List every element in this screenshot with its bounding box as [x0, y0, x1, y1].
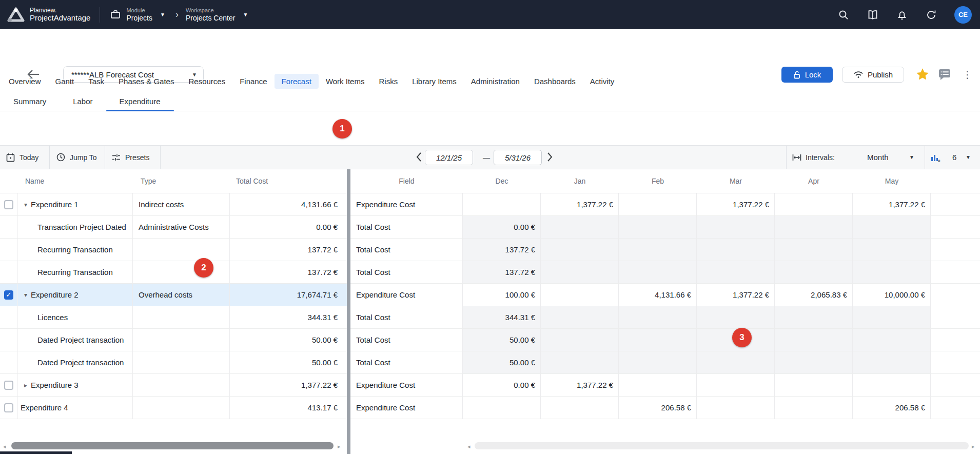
month-value-cell-mar[interactable]: 1,377.22 €: [697, 193, 775, 215]
type-cell[interactable]: Administrative Costs: [133, 216, 230, 238]
header-name[interactable]: Name: [18, 169, 133, 193]
table-row[interactable]: Expenditure 4413.17 €: [0, 397, 347, 419]
row-checkbox[interactable]: [4, 403, 13, 412]
right-scroll-left-arrow-icon[interactable]: ◂: [467, 443, 471, 450]
module-selector[interactable]: Module Projects ▼: [109, 7, 165, 22]
tab-resources[interactable]: Resources: [181, 74, 232, 89]
month-value-cell-mar[interactable]: [697, 374, 775, 396]
total-cost-cell[interactable]: 17,674.71 €: [230, 284, 347, 306]
table-row[interactable]: Transaction Project DatedAdministrative …: [0, 216, 347, 239]
title-kebab-menu-icon[interactable]: ⋮: [963, 70, 972, 80]
type-cell[interactable]: Indirect costs: [133, 193, 230, 215]
tab-phases-gates[interactable]: Phases & Gates: [111, 74, 181, 89]
row-checkbox[interactable]: [4, 381, 13, 390]
total-cost-cell[interactable]: 413.17 €: [230, 397, 347, 419]
month-value-cell-dec[interactable]: 137.72 €: [463, 239, 541, 261]
month-value-cell-apr[interactable]: [775, 329, 853, 351]
table-row[interactable]: Dated Project transaction50.00 €: [0, 329, 347, 351]
name-cell[interactable]: Dated Project transaction: [18, 351, 133, 373]
total-cost-cell[interactable]: 137.72 €: [230, 239, 347, 261]
tab-work-items[interactable]: Work Items: [319, 74, 372, 89]
header-month-apr[interactable]: Apr: [775, 169, 853, 193]
month-value-cell-apr[interactable]: [775, 351, 853, 373]
month-value-cell-jan[interactable]: [541, 306, 619, 328]
month-value-cell-feb[interactable]: [619, 216, 697, 238]
header-month-may[interactable]: May: [853, 169, 931, 193]
name-cell[interactable]: ▾Expenditure 2: [18, 284, 133, 306]
month-value-cell-may[interactable]: [853, 351, 931, 373]
subtab-summary[interactable]: Summary: [0, 93, 60, 111]
name-cell[interactable]: Dated Project transaction: [18, 329, 133, 351]
month-value-cell-jan[interactable]: [541, 329, 619, 351]
month-value-cell-may[interactable]: [853, 239, 931, 261]
range-prev-icon[interactable]: [416, 152, 422, 162]
tab-overview[interactable]: Overview: [2, 74, 48, 89]
header-field[interactable]: Field: [350, 169, 463, 193]
favorite-star-icon[interactable]: [915, 67, 930, 82]
month-value-cell-feb[interactable]: [619, 374, 697, 396]
workspace-selector[interactable]: Workspace Projects Center ▼: [186, 7, 248, 22]
type-cell[interactable]: [133, 239, 230, 261]
month-value-cell-apr[interactable]: [775, 261, 853, 283]
bell-icon[interactable]: [896, 9, 908, 21]
month-value-cell-apr[interactable]: [775, 306, 853, 328]
name-cell[interactable]: Licences: [18, 306, 133, 328]
refresh-icon[interactable]: [925, 9, 937, 21]
type-cell[interactable]: [133, 261, 230, 283]
name-cell[interactable]: ▾Expenditure 1: [18, 193, 133, 215]
header-month-feb[interactable]: Feb: [619, 169, 697, 193]
type-cell[interactable]: [133, 351, 230, 373]
table-row-values[interactable]: Total Cost137.72 €: [350, 261, 980, 284]
table-row[interactable]: Recurring Transaction137.72 €: [0, 261, 347, 284]
month-value-cell-may[interactable]: 206.58 €: [853, 397, 931, 419]
feedback-comment-icon[interactable]: [938, 68, 951, 81]
total-cost-cell[interactable]: 344.31 €: [230, 306, 347, 328]
table-row[interactable]: ▾Expenditure 1Indirect costs4,131.66 €: [0, 193, 347, 216]
type-cell[interactable]: [133, 397, 230, 419]
month-value-cell-dec[interactable]: 100.00 €: [463, 284, 541, 306]
subtab-labor[interactable]: Labor: [60, 93, 106, 111]
type-cell[interactable]: Overhead costs: [133, 284, 230, 306]
interval-count-caret-icon[interactable]: ▼: [966, 146, 971, 169]
month-value-cell-feb[interactable]: [619, 239, 697, 261]
left-scroll-right-arrow-icon[interactable]: ▸: [338, 443, 341, 450]
type-cell[interactable]: [133, 329, 230, 351]
month-value-cell-jan[interactable]: [541, 351, 619, 373]
tab-risks[interactable]: Risks: [371, 74, 405, 89]
total-cost-cell[interactable]: 1,377.22 €: [230, 374, 347, 396]
table-row-values[interactable]: Total Cost0.00 €: [350, 216, 980, 239]
month-value-cell-may[interactable]: [853, 374, 931, 396]
table-row-values[interactable]: Expenditure Cost206.58 €206.58 €: [350, 397, 980, 419]
range-end-input[interactable]: 5/31/26: [494, 150, 542, 165]
total-cost-cell[interactable]: 0.00 €: [230, 216, 347, 238]
month-value-cell-feb[interactable]: [619, 306, 697, 328]
table-row[interactable]: ▸Expenditure 31,377.22 €: [0, 374, 347, 397]
name-cell[interactable]: Recurring Transaction: [18, 261, 133, 283]
month-value-cell-may[interactable]: [853, 261, 931, 283]
month-value-cell-dec[interactable]: [463, 397, 541, 419]
tab-task[interactable]: Task: [81, 74, 111, 89]
header-month-mar[interactable]: Mar: [697, 169, 775, 193]
table-row-values[interactable]: Total Cost344.31 €: [350, 306, 980, 329]
month-value-cell-apr[interactable]: 2,065.83 €: [775, 284, 853, 306]
month-value-cell-jan[interactable]: [541, 261, 619, 283]
tab-forecast[interactable]: Forecast: [275, 74, 319, 89]
table-row[interactable]: Licences344.31 €: [0, 306, 347, 329]
month-value-cell-jan[interactable]: 1,377.22 €: [541, 193, 619, 215]
month-value-cell-apr[interactable]: [775, 239, 853, 261]
month-value-cell-mar[interactable]: [697, 306, 775, 328]
expand-caret-icon[interactable]: ▸: [21, 382, 31, 389]
book-icon[interactable]: [867, 9, 879, 21]
search-icon[interactable]: [837, 9, 850, 21]
month-value-cell-dec[interactable]: 50.00 €: [463, 329, 541, 351]
month-value-cell-apr[interactable]: [775, 374, 853, 396]
month-value-cell-mar[interactable]: [697, 239, 775, 261]
month-value-cell-feb[interactable]: [619, 351, 697, 373]
left-scroll-left-arrow-icon[interactable]: ◂: [3, 443, 6, 450]
collapse-caret-icon[interactable]: ▾: [21, 291, 31, 299]
month-value-cell-mar[interactable]: [697, 351, 775, 373]
month-value-cell-may[interactable]: 10,000.00 €: [853, 284, 931, 306]
range-start-input[interactable]: 12/1/25: [425, 150, 473, 165]
jump-to-button[interactable]: Jump To: [56, 146, 97, 169]
workspace-caret-icon[interactable]: ▼: [243, 12, 248, 17]
